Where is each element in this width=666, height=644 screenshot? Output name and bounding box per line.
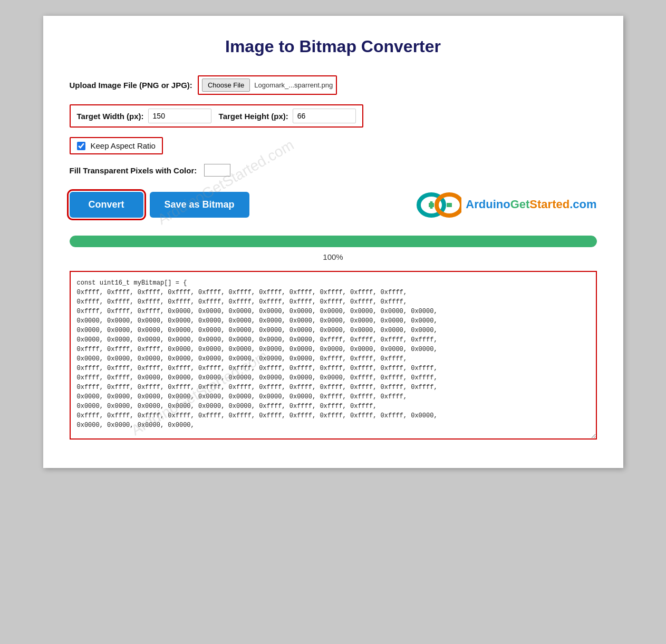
upload-label: Upload Image File (PNG or JPG):	[70, 81, 192, 90]
file-upload-box: Choose File Logomark_...sparrent.png	[198, 75, 337, 95]
save-bitmap-button[interactable]: Save as Bitmap	[150, 192, 249, 218]
aspect-box: Keep Aspect Ratio	[70, 137, 163, 154]
main-card: ArduinoGetStarted.com ArduinoGetStarted.…	[43, 16, 623, 468]
height-input[interactable]	[293, 109, 356, 123]
buttons-group: Convert Save as Bitmap	[70, 192, 249, 218]
choose-file-button[interactable]: Choose File	[202, 79, 250, 92]
arduino-logo-svg	[414, 186, 461, 223]
aspect-section: Keep Aspect Ratio	[70, 137, 597, 154]
buttons-logo-row: Convert Save as Bitmap A	[70, 186, 597, 223]
convert-button[interactable]: Convert	[70, 192, 143, 218]
height-group: Target Height (px):	[219, 109, 356, 123]
logo-text-part1: Arduino	[466, 198, 510, 211]
svg-rect-4	[447, 203, 452, 207]
dimensions-section: Target Width (px): Target Height (px):	[70, 104, 597, 128]
page-title: Image to Bitmap Converter	[70, 37, 597, 56]
arduino-logo: ArduinoGetStarted.com	[414, 186, 596, 223]
logo-text-part2: Get	[510, 198, 530, 211]
output-textarea[interactable]	[70, 271, 597, 440]
aspect-ratio-checkbox[interactable]	[77, 142, 85, 150]
upload-row: Upload Image File (PNG or JPG): Choose F…	[70, 75, 597, 95]
progress-bar-fill	[70, 236, 597, 247]
fill-section: Fill Transparent Pixels with Color:	[70, 164, 597, 177]
color-swatch[interactable]	[204, 164, 230, 177]
progress-label: 100%	[70, 252, 597, 261]
file-name-display: Logomark_...sparrent.png	[254, 81, 333, 89]
logo-text-part4: .com	[570, 198, 596, 211]
logo-text-part3: Started	[529, 198, 570, 211]
width-group: Target Width (px):	[77, 109, 211, 123]
width-label: Target Width (px):	[77, 112, 144, 121]
fill-label: Fill Transparent Pixels with Color:	[70, 166, 197, 175]
width-input[interactable]	[148, 109, 211, 123]
logo-text: ArduinoGetStarted.com	[466, 198, 596, 211]
svg-rect-3	[430, 201, 433, 209]
height-label: Target Height (px):	[219, 112, 288, 121]
dimensions-box: Target Width (px): Target Height (px):	[70, 104, 363, 128]
upload-section: Upload Image File (PNG or JPG): Choose F…	[70, 75, 597, 95]
progress-bar-container	[70, 236, 597, 247]
aspect-ratio-label: Keep Aspect Ratio	[91, 141, 156, 150]
